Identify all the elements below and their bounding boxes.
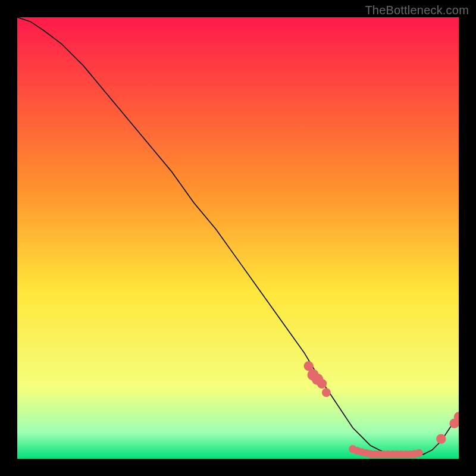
watermark-text: TheBottleneck.com [365, 4, 469, 17]
data-marker [317, 379, 327, 389]
chart-svg [17, 17, 459, 459]
plot-area [17, 17, 459, 459]
data-marker [322, 388, 331, 397]
data-marker [436, 434, 446, 443]
chart-stage: TheBottleneck.com [0, 0, 476, 476]
data-marker [415, 449, 423, 457]
gradient-background [17, 17, 459, 459]
